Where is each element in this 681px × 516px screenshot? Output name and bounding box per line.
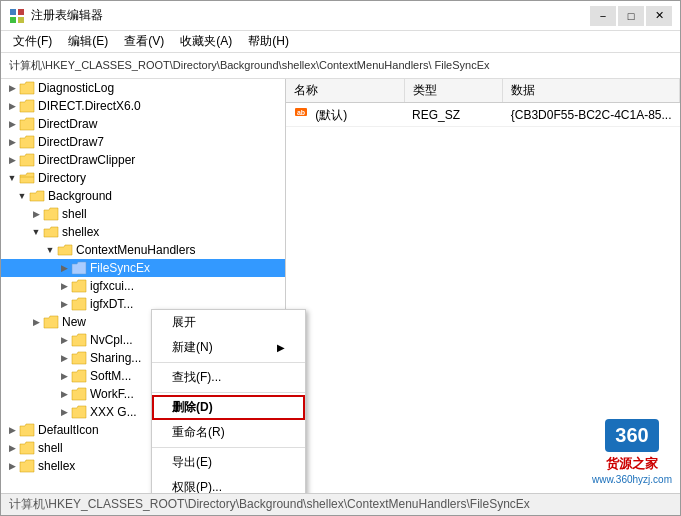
- submenu-arrow: ▶: [277, 342, 285, 353]
- tree-item-shellex[interactable]: ▼ shellex: [1, 223, 285, 241]
- expand-icon: ▶: [5, 81, 19, 95]
- expand-icon: ▶: [5, 117, 19, 131]
- close-button[interactable]: ✕: [646, 6, 672, 26]
- expand-icon: ▶: [57, 261, 71, 275]
- tree-item-background[interactable]: ▼ Background: [1, 187, 285, 205]
- ctx-new[interactable]: 新建(N) ▶: [152, 335, 305, 360]
- tree-label: shell: [38, 441, 63, 455]
- address-bar: 计算机\HKEY_CLASSES_ROOT\Directory\Backgrou…: [1, 53, 680, 79]
- tree-label: FileSyncEx: [90, 261, 150, 275]
- title-bar: 注册表编辑器 − □ ✕: [1, 1, 680, 31]
- tree-label: DirectDrawClipper: [38, 153, 135, 167]
- tree-label: SoftM...: [90, 369, 131, 383]
- ctx-expand[interactable]: 展开: [152, 310, 305, 335]
- tree-item-filesyncex[interactable]: ▶ FileSyncEx: [1, 259, 285, 277]
- folder-icon: [43, 315, 59, 329]
- folder-icon: [71, 351, 87, 365]
- tree-label: shell: [62, 207, 87, 221]
- menu-view[interactable]: 查看(V): [116, 31, 172, 52]
- ctx-delete[interactable]: 删除(D): [152, 395, 305, 420]
- svg-rect-2: [10, 17, 16, 23]
- folder-icon: [19, 441, 35, 455]
- window-title: 注册表编辑器: [31, 7, 590, 24]
- ctx-find[interactable]: 查找(F)...: [152, 365, 305, 390]
- tree-label: WorkF...: [90, 387, 134, 401]
- tree-label: DirectDraw7: [38, 135, 104, 149]
- svg-rect-3: [18, 17, 24, 23]
- status-text: 计算机\HKEY_CLASSES_ROOT\Directory\Backgrou…: [9, 496, 530, 513]
- ctx-rename[interactable]: 重命名(R): [152, 420, 305, 445]
- tree-label: DiagnosticLog: [38, 81, 114, 95]
- table-row[interactable]: ab (默认) REG_SZ {CB3D0F55-BC2C-4C1A-85...: [286, 103, 680, 127]
- expand-icon: ▶: [57, 405, 71, 419]
- folder-open-icon: [29, 189, 45, 203]
- main-window: 注册表编辑器 − □ ✕ 文件(F) 编辑(E) 查看(V) 收藏夹(A) 帮助…: [0, 0, 681, 516]
- menu-bar: 文件(F) 编辑(E) 查看(V) 收藏夹(A) 帮助(H): [1, 31, 680, 53]
- tree-item-directdx6[interactable]: ▶ DIRECT.DirectX6.0: [1, 97, 285, 115]
- tree-label: Sharing...: [90, 351, 141, 365]
- table-body: ab (默认) REG_SZ {CB3D0F55-BC2C-4C1A-85...: [286, 103, 680, 127]
- ctx-export[interactable]: 导出(E): [152, 450, 305, 475]
- col-name[interactable]: 名称: [286, 79, 404, 103]
- folder-icon: [19, 117, 35, 131]
- tree-label: shellex: [62, 225, 99, 239]
- tree-item-directdraw[interactable]: ▶ DirectDraw: [1, 115, 285, 133]
- ctx-separator-3: [152, 447, 305, 448]
- folder-icon: [43, 207, 59, 221]
- expand-icon: ▶: [29, 315, 43, 329]
- maximize-button[interactable]: □: [618, 6, 644, 26]
- watermark: 360 货源之家 www.360hyzj.com: [592, 419, 672, 485]
- ctx-permissions[interactable]: 权限(P)...: [152, 475, 305, 493]
- expand-icon: ▶: [57, 279, 71, 293]
- app-icon: [9, 8, 25, 24]
- folder-icon: [71, 387, 87, 401]
- tree-label: shellex: [38, 459, 75, 473]
- expand-icon: ▼: [43, 243, 57, 257]
- cell-data: {CB3D0F55-BC2C-4C1A-85...: [503, 103, 680, 127]
- tree-item-directdraw7[interactable]: ▶ DirectDraw7: [1, 133, 285, 151]
- folder-open-icon: [19, 171, 35, 185]
- cell-type: REG_SZ: [404, 103, 503, 127]
- tree-label: Directory: [38, 171, 86, 185]
- tree-item-directdrawclipper[interactable]: ▶ DirectDrawClipper: [1, 151, 285, 169]
- expand-icon: ▶: [5, 99, 19, 113]
- menu-file[interactable]: 文件(F): [5, 31, 60, 52]
- menu-help[interactable]: 帮助(H): [240, 31, 297, 52]
- menu-favorites[interactable]: 收藏夹(A): [172, 31, 240, 52]
- folder-icon: [19, 153, 35, 167]
- expand-icon: ▶: [57, 333, 71, 347]
- expand-icon: ▼: [29, 225, 43, 239]
- tree-item-shell[interactable]: ▶ shell: [1, 205, 285, 223]
- expand-icon: ▼: [15, 189, 29, 203]
- expand-icon: ▶: [57, 351, 71, 365]
- tree-label: DefaultIcon: [38, 423, 99, 437]
- svg-text:ab: ab: [297, 109, 305, 116]
- folder-icon: [71, 279, 87, 293]
- svg-rect-1: [18, 9, 24, 15]
- cell-name: ab (默认): [286, 103, 404, 127]
- expand-icon: ▶: [5, 441, 19, 455]
- folder-icon: [71, 333, 87, 347]
- window-controls: − □ ✕: [590, 6, 672, 26]
- tree-item-igfxcui[interactable]: ▶ igfxcui...: [1, 277, 285, 295]
- tree-label: Background: [48, 189, 112, 203]
- folder-icon: [71, 297, 87, 311]
- col-data[interactable]: 数据: [503, 79, 680, 103]
- menu-edit[interactable]: 编辑(E): [60, 31, 116, 52]
- tree-item-directory[interactable]: ▼ Directory: [1, 169, 285, 187]
- expand-icon: ▶: [29, 207, 43, 221]
- col-type[interactable]: 类型: [404, 79, 503, 103]
- main-area: ▶ DiagnosticLog ▶ DIRECT.DirectX6.0 ▶ Di…: [1, 79, 680, 493]
- minimize-button[interactable]: −: [590, 6, 616, 26]
- expand-icon: ▶: [57, 387, 71, 401]
- folder-icon: [71, 405, 87, 419]
- folder-icon: [19, 81, 35, 95]
- folder-icon: [19, 459, 35, 473]
- status-bar: 计算机\HKEY_CLASSES_ROOT\Directory\Backgrou…: [1, 493, 680, 515]
- expand-icon: ▶: [5, 459, 19, 473]
- tree-item-diagnosticlog[interactable]: ▶ DiagnosticLog: [1, 79, 285, 97]
- tree-item-contextmenuhandlers[interactable]: ▼ ContextMenuHandlers: [1, 241, 285, 259]
- folder-icon: [19, 423, 35, 437]
- watermark-text: 货源之家: [606, 456, 658, 471]
- tree-label: ContextMenuHandlers: [76, 243, 195, 257]
